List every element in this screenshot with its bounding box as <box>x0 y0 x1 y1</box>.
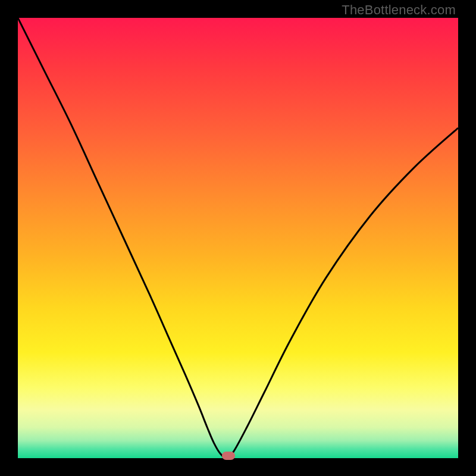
watermark-text: TheBottleneck.com <box>342 2 456 18</box>
chart-frame: TheBottleneck.com <box>0 0 476 476</box>
plot-background <box>18 18 458 458</box>
